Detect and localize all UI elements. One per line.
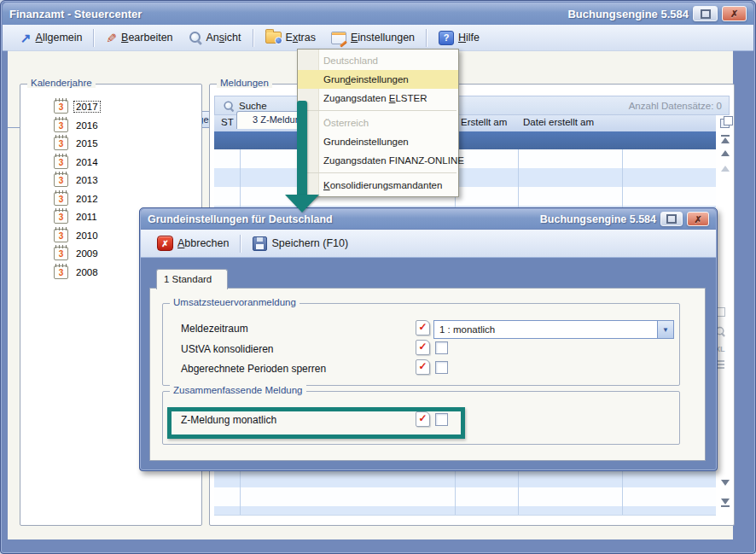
dialog-close-button[interactable]: ✗ bbox=[687, 212, 709, 226]
main-toolbar: ↗ Allgemein ✎ Bearbeiten Ansicht Extras … bbox=[3, 25, 753, 51]
col-st[interactable]: ST bbox=[221, 117, 234, 127]
speichern-button[interactable]: Speichern (F10) bbox=[245, 233, 356, 254]
window-title: Finanzamt - Steuercenter bbox=[9, 8, 142, 20]
calendar-icon: 3 bbox=[54, 192, 68, 206]
pencil-icon: ✎ bbox=[105, 32, 118, 44]
search-icon bbox=[224, 100, 235, 111]
ustva-konsolidieren-checkbox[interactable] bbox=[435, 341, 448, 354]
menu-header-oesterreich: Österreich bbox=[298, 114, 458, 132]
calendar-icon: 3 bbox=[54, 137, 68, 150]
col-datei-erstellt-am[interactable]: Datei erstellt am bbox=[523, 117, 594, 127]
scroll-last-icon[interactable] bbox=[721, 499, 730, 508]
scroll-up2-icon[interactable] bbox=[721, 166, 730, 172]
main-titlebar[interactable]: Finanzamt - Steuercenter Buchungsengine … bbox=[3, 3, 753, 25]
menu-ansicht[interactable]: Ansicht bbox=[181, 27, 249, 48]
annotation-arrow-shaft bbox=[297, 101, 307, 195]
year-item-2008[interactable]: 3 2008 bbox=[54, 264, 100, 281]
dialog-titlebar[interactable]: Grundeinstellungen für Deutschland Buchu… bbox=[141, 209, 716, 229]
year-item-2017[interactable]: 3 2017 bbox=[54, 98, 100, 115]
magnifier-icon bbox=[189, 31, 202, 44]
toolbar-separator bbox=[240, 235, 241, 253]
menu-separator bbox=[299, 110, 457, 111]
einstellungen-menu: Deutschland Grundeinstellungen Zugangsda… bbox=[297, 49, 459, 197]
calendar-icon: 3 bbox=[54, 119, 68, 132]
year-item-2009[interactable]: 3 2009 bbox=[54, 245, 100, 262]
cancel-x-icon: ✗ bbox=[157, 236, 173, 251]
chevron-down-icon[interactable]: ▼ bbox=[657, 321, 673, 338]
selected-table-row[interactable] bbox=[214, 131, 716, 149]
restore-button[interactable] bbox=[693, 6, 718, 21]
restore-icon bbox=[701, 9, 711, 19]
calendar-icon: 3 bbox=[54, 173, 68, 187]
meldezeitraum-label: Meldezeitraum bbox=[181, 323, 248, 335]
scroll-down-icon[interactable] bbox=[721, 480, 730, 486]
menu-extras[interactable]: Extras bbox=[258, 27, 323, 48]
close-icon: ✗ bbox=[694, 215, 701, 224]
calendar-icon: 3 bbox=[54, 247, 68, 260]
records-count: Anzahl Datensätze: 0 bbox=[629, 101, 729, 111]
ustva-konsolidieren-label: UStVA konsolidieren bbox=[181, 343, 274, 355]
menu-allgemein[interactable]: ↗ Allgemein bbox=[13, 27, 90, 48]
dialog-version-label: Buchungsengine 5.584 bbox=[540, 213, 656, 225]
version-label: Buchungsengine 5.584 bbox=[567, 8, 689, 20]
zm-group-label: Zusammenfassende Meldung bbox=[170, 385, 306, 395]
meldungen-label: Meldungen bbox=[217, 78, 272, 88]
calendar-icon: 3 bbox=[54, 155, 68, 169]
toolbar-separator bbox=[253, 29, 254, 47]
save-floppy-icon bbox=[253, 236, 267, 251]
calendar-icon: 3 bbox=[54, 210, 68, 224]
required-check-icon: ✓ bbox=[416, 340, 430, 355]
highlight-box bbox=[167, 407, 465, 439]
year-item-2015[interactable]: 3 2015 bbox=[54, 135, 100, 152]
menu-item-grundeinstellungen-de[interactable]: Grundeinstellungen bbox=[298, 70, 458, 89]
menu-separator bbox=[299, 172, 457, 173]
scroll-first-icon[interactable] bbox=[721, 134, 730, 143]
toolbar-separator bbox=[93, 29, 95, 47]
calendar-icon: 3 bbox=[54, 265, 68, 279]
screen: Finanzamt - Steuercenter Buchungsengine … bbox=[0, 0, 756, 554]
close-button[interactable]: ✗ bbox=[722, 6, 747, 21]
copy-grid-icon[interactable] bbox=[720, 116, 733, 128]
search-label: Suche bbox=[239, 101, 267, 111]
scroll-up-icon[interactable] bbox=[721, 150, 730, 156]
year-item-2010[interactable]: 3 2010 bbox=[54, 227, 100, 244]
ustva-group-label: Umsatzsteuervoranmeldung bbox=[170, 297, 299, 307]
year-item-2013[interactable]: 3 2013 bbox=[54, 172, 100, 189]
menu-item-konsolidierungsmandanten[interactable]: Konsolidierungsmandanten bbox=[298, 176, 458, 195]
abbrechen-button[interactable]: ✗ Abbrechen bbox=[149, 233, 236, 254]
year-item-2011[interactable]: 3 2011 bbox=[54, 208, 99, 225]
menu-item-zugangsdaten-finanz-online[interactable]: Zugangsdaten FINANZ-ONLINE bbox=[298, 151, 458, 170]
kalenderjahre-label: Kalenderjahre bbox=[27, 78, 96, 88]
menu-header-deutschland: Deutschland bbox=[298, 51, 458, 70]
settings-icon bbox=[331, 32, 346, 44]
dialog-title: Grundeinstellungen für Deutschland bbox=[148, 213, 333, 225]
dialog-toolbar: ✗ Abbrechen Speichern (F10) bbox=[141, 230, 716, 258]
help-icon: ? bbox=[439, 31, 454, 45]
calendar-icon: 3 bbox=[54, 100, 68, 114]
year-item-2012[interactable]: 3 2012 bbox=[54, 190, 100, 207]
year-item-2016[interactable]: 3 2016 bbox=[54, 117, 100, 134]
dialog-restore-button[interactable] bbox=[660, 212, 683, 226]
close-icon: ✗ bbox=[730, 9, 738, 18]
folder-icon bbox=[265, 32, 282, 44]
menu-einstellungen[interactable]: Einstellungen bbox=[323, 27, 422, 48]
menu-item-grundeinstellungen-at[interactable]: Grundeinstellungen bbox=[298, 132, 458, 151]
required-check-icon: ✓ bbox=[416, 359, 430, 375]
toolbar-separator bbox=[426, 29, 427, 47]
year-item-2014[interactable]: 3 2014 bbox=[54, 154, 100, 171]
annotation-arrow-icon bbox=[285, 195, 319, 213]
menu-bearbeiten[interactable]: ✎ Bearbeiten bbox=[98, 27, 180, 48]
meldezeitraum-select[interactable]: 1 : monatlich ▼ bbox=[433, 320, 674, 339]
dialog-tab-standard[interactable]: 1 Standard bbox=[156, 269, 228, 289]
calendar-icon: 3 bbox=[54, 229, 68, 242]
menu-item-zugangsdaten-elster[interactable]: Zugangsdaten ELSTER bbox=[298, 89, 458, 108]
restore-icon bbox=[666, 214, 677, 224]
required-check-icon: ✓ bbox=[416, 320, 430, 335]
perioden-sperren-checkbox[interactable] bbox=[435, 361, 448, 374]
arrow-ne-icon: ↗ bbox=[20, 32, 32, 44]
menu-hilfe[interactable]: ? Hilfe bbox=[431, 27, 487, 48]
perioden-sperren-label: Abgerechnete Perioden sperren bbox=[181, 363, 326, 375]
col-erstellt-am[interactable]: Erstellt am bbox=[461, 117, 507, 127]
